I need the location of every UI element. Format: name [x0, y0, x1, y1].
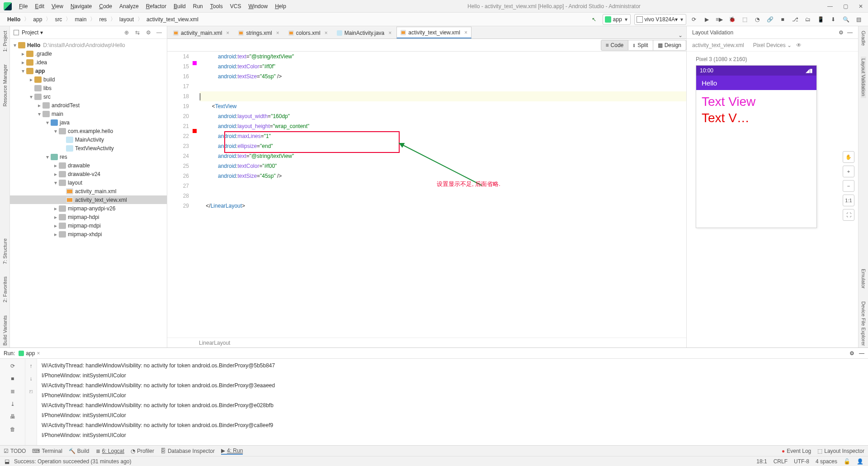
- code-breadcrumb[interactable]: LinearLayout: [167, 338, 686, 347]
- sidebar-tab-structure[interactable]: 7: Structure: [2, 237, 8, 266]
- bottom-tab-profiler[interactable]: ◔ Profiler: [131, 448, 154, 454]
- close-icon[interactable]: ×: [464, 29, 467, 36]
- vcs-icon[interactable]: ⎇: [790, 14, 800, 24]
- close-icon[interactable]: ×: [276, 30, 279, 36]
- status-position[interactable]: 18:1: [756, 458, 767, 465]
- view-mode-split[interactable]: ⫾ Split: [628, 40, 653, 51]
- expand-icon[interactable]: ⇆: [133, 29, 142, 37]
- validation-file-selector[interactable]: activity_text_view.xml: [692, 42, 744, 48]
- debug-run-icon[interactable]: ≡▶: [714, 14, 724, 24]
- tree-selected-file[interactable]: activity_text_view.xml: [10, 195, 167, 204]
- lock-icon[interactable]: 🔓: [844, 458, 850, 465]
- sidebar-tab-project[interactable]: 1: Project: [2, 29, 8, 53]
- menu-edit[interactable]: Edit: [31, 1, 48, 11]
- bottom-tab-db-inspector[interactable]: 🗄 Database Inspector: [160, 448, 215, 454]
- bottom-tab-event-log[interactable]: ● Event Log: [782, 448, 811, 454]
- sidebar-tab-favorites[interactable]: 2: Favorites: [2, 275, 8, 304]
- gear-icon[interactable]: ⚙: [144, 29, 152, 37]
- breadcrumb[interactable]: main: [72, 15, 89, 24]
- coverage-icon[interactable]: ⬚: [740, 14, 750, 24]
- breadcrumb[interactable]: res: [96, 15, 109, 24]
- sync-project-icon[interactable]: 🗂: [803, 14, 813, 24]
- close-icon[interactable]: ×: [226, 30, 229, 36]
- bottom-tab-build[interactable]: 🔨 Build: [69, 448, 90, 454]
- device-selector[interactable]: Pixel Devices ⌄: [753, 42, 792, 48]
- view-mode-code[interactable]: ≡ Code: [601, 40, 629, 51]
- menu-run[interactable]: Run: [189, 1, 207, 11]
- hide-panel-icon[interactable]: ⬓: [5, 458, 9, 465]
- breadcrumb[interactable]: layout: [117, 15, 137, 24]
- view-options-icon[interactable]: 👁: [796, 42, 802, 48]
- run-output[interactable]: W/ActivityThread: handleWindowVisibility…: [37, 359, 868, 445]
- project-tree[interactable]: ▾HelloD:\install\Android\Androidwp\Hello…: [10, 39, 167, 347]
- close-icon[interactable]: ×: [325, 30, 328, 36]
- tab-colors[interactable]: colors.xml×: [284, 27, 332, 38]
- filter-icon[interactable]: ⏍: [27, 387, 36, 396]
- device-dropdown[interactable]: vivo V1824A ▾: [634, 14, 686, 25]
- bottom-tab-layout-inspector[interactable]: ⬚ Layout Inspector: [817, 448, 864, 454]
- status-eol[interactable]: CRLF: [774, 458, 788, 465]
- sidebar-tab-layout-validation[interactable]: Layout Validation: [861, 57, 866, 98]
- up-icon[interactable]: ↑: [27, 361, 36, 371]
- bottom-tab-terminal[interactable]: ⌨ Terminal: [32, 448, 62, 454]
- tab-activity-text-view[interactable]: activity_text_view.xml×: [396, 27, 472, 38]
- down-icon[interactable]: ↓: [27, 374, 36, 383]
- hide-icon[interactable]: —: [155, 29, 163, 37]
- sidebar-tab-emulator[interactable]: Emulator: [861, 267, 866, 290]
- code-editor[interactable]: 14151617181920212223242526272829 设置显示不足,…: [167, 52, 686, 338]
- run-icon[interactable]: ▶: [702, 14, 712, 24]
- sidebar-tab-device-file-explorer[interactable]: Device File Explorer: [861, 300, 866, 347]
- gear-icon[interactable]: ⚙: [849, 350, 854, 357]
- menu-refactor[interactable]: Refactor: [142, 1, 170, 11]
- breadcrumb[interactable]: src: [52, 15, 65, 24]
- minimize-icon[interactable]: —: [826, 3, 834, 10]
- menu-navigate[interactable]: Navigate: [67, 1, 95, 11]
- menu-build[interactable]: Build: [170, 1, 189, 11]
- print-icon[interactable]: 🖶: [8, 412, 17, 421]
- debug-icon[interactable]: 🐞: [727, 14, 737, 24]
- sidebar-tab-gradle[interactable]: Gradle: [861, 29, 866, 48]
- menu-analyze[interactable]: Analyze: [116, 1, 142, 11]
- close-icon[interactable]: ×: [37, 350, 40, 357]
- inspection-icon[interactable]: 👤: [857, 458, 863, 465]
- menu-file[interactable]: File: [15, 1, 31, 11]
- avd-icon[interactable]: 📱: [816, 14, 826, 24]
- stop-icon[interactable]: ■: [778, 14, 788, 24]
- profiler-icon[interactable]: ◔: [752, 14, 762, 24]
- sidebar-tab-resource-manager[interactable]: Resource Manager: [2, 62, 8, 109]
- menu-window[interactable]: Window: [245, 1, 271, 11]
- menu-view[interactable]: View: [48, 1, 67, 11]
- locate-icon[interactable]: ⊕: [123, 29, 131, 37]
- project-view-selector[interactable]: Project ▾: [22, 29, 43, 36]
- scroll-end-icon[interactable]: ⤓: [8, 399, 17, 409]
- tab-activity-main[interactable]: activity_main.xml×: [169, 27, 233, 38]
- stop-icon[interactable]: ■: [8, 374, 17, 383]
- sdk-icon[interactable]: ⬇: [828, 14, 838, 24]
- zoom-fit-icon[interactable]: ⛶: [843, 209, 854, 221]
- search-icon[interactable]: 🔍: [841, 14, 851, 24]
- breadcrumb[interactable]: app: [30, 15, 45, 24]
- hide-icon[interactable]: —: [847, 29, 853, 36]
- status-indent[interactable]: 4 spaces: [816, 458, 837, 465]
- zoom-out-icon[interactable]: −: [843, 180, 854, 192]
- maximize-icon[interactable]: ▢: [842, 3, 849, 10]
- menu-tools[interactable]: Tools: [207, 1, 226, 11]
- bottom-tab-logcat[interactable]: ≣ 6: Logcat: [96, 448, 124, 454]
- gear-icon[interactable]: ⚙: [839, 29, 844, 36]
- soft-wrap-icon[interactable]: ≣: [8, 387, 17, 396]
- sidebar-tab-build-variants[interactable]: Build Variants: [2, 314, 8, 347]
- attach-icon[interactable]: 🔗: [765, 14, 775, 24]
- clear-icon[interactable]: 🗑: [8, 425, 17, 434]
- tab-strings[interactable]: strings.xml×: [234, 27, 283, 38]
- zoom-in-icon[interactable]: +: [843, 166, 854, 177]
- status-encoding[interactable]: UTF-8: [794, 458, 809, 465]
- bottom-tab-todo[interactable]: ☑ TODO: [4, 448, 26, 454]
- menu-help[interactable]: Help: [271, 1, 290, 11]
- run-config-dropdown[interactable]: app: [603, 14, 631, 25]
- zoom-reset-icon[interactable]: 1:1: [843, 195, 854, 206]
- tabs-overflow-icon[interactable]: ⌄: [675, 32, 686, 38]
- sync-icon[interactable]: ⟳: [689, 14, 699, 24]
- close-icon[interactable]: ✕: [857, 3, 864, 10]
- settings-icon[interactable]: ▤: [854, 14, 863, 24]
- hide-icon[interactable]: —: [859, 350, 864, 357]
